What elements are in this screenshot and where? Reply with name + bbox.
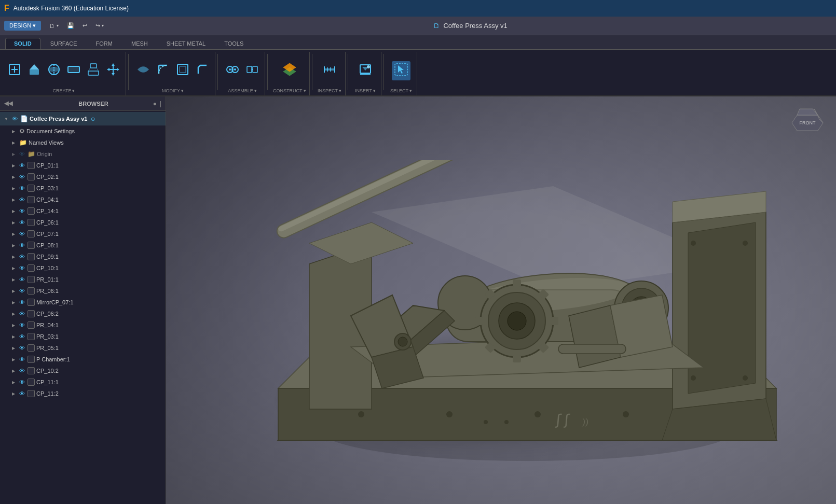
- tab-solid[interactable]: SOLID: [5, 38, 40, 49]
- cp08-eye-icon[interactable]: 👁: [18, 242, 26, 248]
- loft-button[interactable]: [84, 61, 103, 80]
- browser-item-mirrorcp07[interactable]: ▶ 👁 MirrorCP_07:1: [0, 297, 166, 308]
- svg-point-93: [743, 241, 748, 246]
- cp03-eye-icon[interactable]: 👁: [18, 185, 26, 191]
- measure-button[interactable]: [320, 61, 339, 80]
- root-arrow-icon: ▼: [2, 117, 10, 121]
- browser-item-pr05[interactable]: ▶ 👁 PR_05:1: [0, 342, 166, 354]
- cp01-arrow-icon: ▶: [9, 163, 18, 168]
- browser-expand-button[interactable]: |: [160, 100, 161, 107]
- browser-item-cp14[interactable]: ▶ 👁 CP_14:1: [0, 205, 166, 217]
- browser-item-cp08[interactable]: ▶ 👁 CP_08:1: [0, 240, 166, 251]
- fillet-button[interactable]: [154, 61, 172, 80]
- modify-dropdown-icon[interactable]: ▾: [181, 88, 184, 93]
- browser-item-cp10[interactable]: ▶ 👁 CP_10:1: [0, 262, 166, 274]
- cp14-eye-icon[interactable]: 👁: [18, 208, 26, 214]
- select-dropdown-icon[interactable]: ▾: [409, 88, 412, 93]
- shell-button[interactable]: [173, 61, 192, 80]
- browser-item-cp11-2[interactable]: ▶ 👁 CP_11:2: [0, 388, 166, 399]
- document-title: Coffee Press Assy v1: [443, 22, 507, 30]
- cp06-2-arrow-icon: ▶: [9, 312, 18, 316]
- browser-item-cp06-2[interactable]: ▶ 👁 CP_06:2: [0, 308, 166, 319]
- view-cube[interactable]: FRONT: [789, 105, 826, 141]
- cp11-box-icon: [28, 379, 35, 386]
- pr06-eye-icon[interactable]: 👁: [18, 288, 26, 294]
- construct-dropdown-icon[interactable]: ▾: [304, 88, 306, 93]
- cp01-eye-icon[interactable]: 👁: [18, 162, 26, 169]
- joint-button[interactable]: [223, 61, 242, 80]
- save-button[interactable]: 💾: [64, 21, 77, 30]
- browser-item-cp03[interactable]: ▶ 👁 CP_03:1: [0, 183, 166, 194]
- revolve-button[interactable]: [45, 61, 63, 80]
- as-built-joint-button[interactable]: [243, 61, 262, 80]
- pr03-eye-icon[interactable]: 👁: [18, 333, 26, 340]
- cp10-eye-icon[interactable]: 👁: [18, 265, 26, 271]
- pr05-eye-icon[interactable]: 👁: [18, 345, 26, 351]
- browser-collapse-icon[interactable]: ◀◀: [4, 100, 75, 107]
- svg-rect-27: [253, 66, 257, 73]
- insert-canvas-button[interactable]: [356, 61, 375, 80]
- undo-button[interactable]: ↩: [79, 21, 90, 30]
- move-button[interactable]: [104, 61, 122, 80]
- browser-item-cp10-2[interactable]: ▶ 👁 CP_10:2: [0, 365, 166, 376]
- new-component-button[interactable]: [5, 61, 24, 80]
- browser-item-origin[interactable]: ▶ 👁 📁 Origin: [0, 148, 166, 160]
- browser-root-item[interactable]: ▼ 👁 📄 Coffee Press Assy v1 ⊙: [0, 112, 166, 125]
- origin-eye-icon[interactable]: 👁: [18, 151, 26, 157]
- viewport[interactable]: ʃ ʃ )): [166, 96, 836, 504]
- mirrorcp07-eye-icon[interactable]: 👁: [18, 299, 26, 305]
- browser-item-pr06[interactable]: ▶ 👁 PR_06:1: [0, 285, 166, 297]
- cp09-box-icon: [28, 253, 35, 260]
- insert-dropdown-icon[interactable]: ▾: [373, 88, 376, 93]
- browser-item-cp07[interactable]: ▶ 👁 CP_07:1: [0, 228, 166, 240]
- cp10-2-eye-icon[interactable]: 👁: [18, 368, 26, 374]
- browser-item-cp01[interactable]: ▶ 👁 CP_01:1: [0, 160, 166, 171]
- assemble-dropdown-icon[interactable]: ▾: [254, 88, 257, 93]
- browser-pin-button[interactable]: ●: [153, 100, 157, 107]
- cp11-eye-icon[interactable]: 👁: [18, 379, 26, 385]
- press-pull-button[interactable]: [134, 61, 153, 80]
- cp07-eye-icon[interactable]: 👁: [18, 231, 26, 237]
- new-file-button[interactable]: 🗋 ▾: [46, 22, 62, 30]
- pr04-eye-icon[interactable]: 👁: [18, 322, 26, 328]
- select-button[interactable]: [392, 61, 410, 80]
- cp06-2-eye-icon[interactable]: 👁: [18, 311, 26, 317]
- inspect-dropdown-icon[interactable]: ▾: [339, 88, 341, 93]
- tab-surface[interactable]: SURFACE: [42, 38, 86, 49]
- tab-tools[interactable]: TOOLS: [215, 38, 252, 49]
- browser-item-cp09[interactable]: ▶ 👁 CP_09:1: [0, 251, 166, 262]
- cp02-eye-icon[interactable]: 👁: [18, 174, 26, 180]
- pr01-eye-icon[interactable]: 👁: [18, 276, 26, 283]
- svg-point-38: [367, 65, 370, 68]
- browser-item-document-settings[interactable]: ▶ ⚙ Document Settings: [0, 125, 166, 137]
- browser-item-pchamber[interactable]: ▶ 👁 P Chamber:1: [0, 354, 166, 365]
- browser-item-cp04[interactable]: ▶ 👁 CP_04:1: [0, 194, 166, 205]
- browser-item-cp11[interactable]: ▶ 👁 CP_11:1: [0, 376, 166, 388]
- browser-item-pr04[interactable]: ▶ 👁 PR_04:1: [0, 319, 166, 331]
- doc-settings-label: Document Settings: [26, 128, 75, 134]
- browser-item-pr01[interactable]: ▶ 👁 PR_01:1: [0, 274, 166, 285]
- browser-item-pr03[interactable]: ▶ 👁 PR_03:1: [0, 331, 166, 342]
- tab-form[interactable]: FORM: [87, 38, 121, 49]
- extrude-button[interactable]: [25, 61, 44, 80]
- tab-sheet-metal[interactable]: SHEET METAL: [158, 38, 214, 49]
- pchamber-eye-icon[interactable]: 👁: [18, 356, 26, 362]
- create-group-label: CREATE ▾: [53, 88, 75, 94]
- cp04-eye-icon[interactable]: 👁: [18, 197, 26, 203]
- chamfer-button[interactable]: [193, 61, 212, 80]
- undo-icon: ↩: [83, 22, 87, 29]
- tab-mesh[interactable]: MESH: [122, 38, 157, 49]
- create-dropdown-icon[interactable]: ▾: [72, 88, 75, 93]
- sweep-button[interactable]: [64, 61, 83, 80]
- browser-item-cp02[interactable]: ▶ 👁 CP_02:1: [0, 171, 166, 183]
- browser-item-cp06[interactable]: ▶ 👁 CP_06:1: [0, 217, 166, 228]
- svg-rect-21: [180, 66, 186, 73]
- cp11-2-eye-icon[interactable]: 👁: [18, 390, 26, 397]
- design-button[interactable]: DESIGN ▾: [4, 21, 41, 31]
- offset-plane-button[interactable]: [279, 60, 300, 81]
- cp09-eye-icon[interactable]: 👁: [18, 254, 26, 260]
- cp06-eye-icon[interactable]: 👁: [18, 219, 26, 226]
- root-eye-icon[interactable]: 👁: [10, 116, 19, 122]
- redo-button[interactable]: ↪ ▾: [92, 21, 107, 30]
- browser-item-named-views[interactable]: ▶ 📁 Named Views: [0, 137, 166, 148]
